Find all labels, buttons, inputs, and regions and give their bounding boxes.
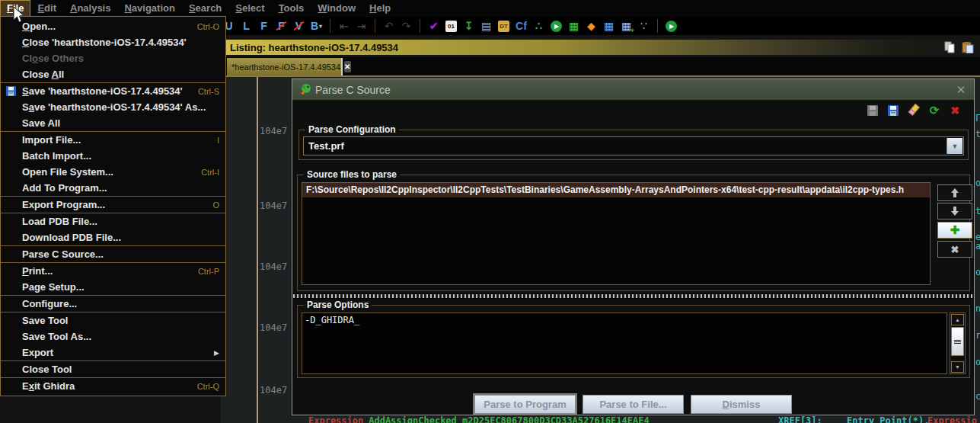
menu-item-close-hearthstone-ios-17-4-49534[interactable]: Close 'hearthstone-iOS-17.4.49534'	[1, 34, 225, 50]
dropdown-caret-icon[interactable]: ▾	[319, 23, 322, 30]
menu-item-save-tool-as[interactable]: Save Tool As...	[1, 328, 225, 344]
parse-configuration-combobox[interactable]: Test.prf ▼	[303, 136, 964, 155]
menu-item-label: Download PDB File...	[22, 232, 121, 243]
menu-item-export-program[interactable]: Export Program...O	[1, 197, 225, 213]
menu-item-save-hearthstone-ios-17-4-49534-as[interactable]: Save 'hearthstone-iOS-17.4.49534' As...	[1, 99, 225, 115]
menu-item-label: Print...	[22, 265, 53, 277]
tab-close-icon[interactable]: ✕	[344, 61, 350, 72]
menu-item-close-all[interactable]: Close All	[1, 66, 225, 82]
menu-item-label: Close Tool	[22, 364, 72, 375]
refresh-icon[interactable]: ⟳	[927, 104, 941, 117]
table-add-icon[interactable]: ▦+	[620, 20, 633, 33]
source-files-list[interactable]: F:\Source\Repos\Il2CppInspector\Il2CppTe…	[302, 182, 931, 285]
menu-item-exit-ghidra[interactable]: Exit GhidraCtrl-Q	[1, 378, 225, 394]
menu-item-close-tool[interactable]: Close Tool	[1, 361, 225, 377]
menubar-item-select[interactable]: Select	[228, 0, 271, 17]
scroll-up-icon[interactable]: ▲	[951, 314, 964, 325]
binary-format-icon[interactable]: 01	[445, 20, 458, 33]
parse-options-label: Parse Options	[304, 300, 372, 310]
add-file-button[interactable]: ✚	[937, 222, 972, 239]
move-up-button[interactable]	[937, 184, 972, 201]
parse-configuration-group: Parse Configuration Test.prf ▼	[298, 130, 969, 160]
menu-item-print[interactable]: Print...Ctrl-P	[1, 263, 225, 279]
dialog-close-icon[interactable]: ✕	[954, 83, 968, 97]
menu-item-import-file[interactable]: Import File...I	[1, 132, 225, 148]
menu-item-configure[interactable]: Configure...	[1, 296, 225, 312]
call-tree-icon[interactable]: ∴	[532, 20, 545, 33]
submenu-arrow-icon: ▶	[214, 349, 219, 357]
menu-item-load-pdb-file[interactable]: Load PDB File...	[1, 213, 225, 229]
listing-view-icon[interactable]: ▤	[480, 20, 493, 33]
symbol-method: _AddAssignChecked_m2D25EC8067800D3CD33A5…	[363, 415, 650, 423]
tab-hearthstone[interactable]: *hearthstone-iOS-17.4.49534 ✕	[227, 58, 343, 75]
menu-item-shortcut: Ctrl-S	[198, 87, 219, 96]
c-function-icon[interactable]: Cf	[515, 20, 528, 33]
define-f-icon[interactable]: F	[257, 20, 270, 33]
import-arrow-icon[interactable]: ↧	[462, 20, 475, 33]
menubar-item-help[interactable]: Help	[362, 0, 397, 17]
menu-item-open-file-system[interactable]: Open File System...Ctrl-I	[1, 164, 225, 180]
paste-icon[interactable]	[962, 41, 974, 53]
menubar-item-tools[interactable]: Tools	[272, 0, 311, 17]
define-b-icon[interactable]: B▾	[310, 20, 323, 33]
menu-item-download-pdb-file[interactable]: Download PDB File...	[1, 229, 225, 245]
menu-item-shortcut: Ctrl-P	[198, 267, 219, 276]
memory-chip-icon[interactable]: ▦	[567, 20, 580, 33]
dialog-button-row: Parse to ProgramParse to File...Dismiss	[292, 395, 974, 414]
menu-item-label: Export	[22, 347, 53, 358]
menubar-item-edit[interactable]: Edit	[30, 0, 63, 17]
menubar-item-navigation[interactable]: Navigation	[117, 0, 181, 17]
menu-item-save-all[interactable]: Save All	[1, 115, 225, 131]
move-down-button[interactable]	[937, 203, 972, 220]
menubar-item-analysis[interactable]: Analysis	[63, 0, 117, 17]
menu-item-save-hearthstone-ios-17-4-49534[interactable]: Save 'hearthstone-iOS-17.4.49534'Ctrl-S	[1, 83, 225, 99]
parse-options-textarea[interactable]: -D_GHIDRA_	[302, 312, 947, 374]
edge-fragment: t	[975, 129, 980, 139]
script-run-icon[interactable]: ▶	[665, 20, 678, 33]
clear-v-icon[interactable]: V	[292, 20, 305, 33]
table-view-icon[interactable]: ▦	[602, 20, 615, 33]
menu-item-label: Exit Ghidra	[22, 380, 75, 392]
source-file-row[interactable]: F:\Source\Repos\Il2CppInspector\Il2CppTe…	[302, 183, 930, 197]
listing-header[interactable]: Listing: hearthstone-iOS-17.4.49534	[221, 40, 980, 55]
define-l-icon[interactable]: L	[240, 20, 253, 33]
menubar-item-window[interactable]: Window	[311, 0, 362, 17]
dialog-title-bar[interactable]: Parse C Source ✕	[292, 79, 974, 100]
menu-item-open[interactable]: Open...Ctrl-O	[1, 18, 225, 34]
toolbar-separator	[330, 19, 330, 33]
enum-diamond-icon[interactable]: ◆	[585, 20, 598, 33]
run-play-icon[interactable]: ▶	[550, 20, 563, 33]
scroll-down-icon[interactable]: ▼	[951, 361, 964, 373]
clear-profile-eraser-icon[interactable]	[907, 104, 921, 117]
validate-check-icon[interactable]: ✔	[427, 20, 440, 33]
clear-f-icon[interactable]: F	[275, 20, 288, 33]
source-files-buttons: ✚ ✖	[937, 184, 972, 259]
menu-group: Open...Ctrl-OClose 'hearthstone-iOS-17.4…	[1, 18, 225, 82]
remove-file-button[interactable]: ✖	[937, 241, 972, 258]
copy-icon[interactable]	[943, 41, 956, 53]
scrollbar-thumb[interactable]	[951, 327, 964, 356]
redo-icon: ↷	[400, 20, 413, 33]
save-profile-as-icon[interactable]	[886, 104, 900, 117]
menu-item-parse-c-source[interactable]: Parse C Source...	[1, 246, 225, 262]
menu-item-label: Close 'hearthstone-iOS-17.4.49534'	[22, 37, 187, 48]
menubar-item-search[interactable]: Search	[182, 0, 228, 17]
menu-item-batch-import[interactable]: Batch Import...	[1, 148, 225, 164]
splitter-handle[interactable]	[293, 293, 973, 299]
parse-options-group: Parse Options -D_GHIDRA_ ▲ ▼	[297, 305, 970, 378]
parse-to-file-button[interactable]: Parse to File...	[583, 395, 684, 414]
symbol-tree-icon[interactable]: ∵	[637, 20, 650, 33]
menu-item-save-tool[interactable]: Save Tool	[1, 312, 225, 328]
menu-item-label: Configure...	[22, 298, 77, 309]
menu-item-export[interactable]: Export▶	[1, 344, 225, 361]
menu-item-add-to-program[interactable]: Add To Program...	[1, 180, 225, 196]
delete-profile-icon[interactable]: ✖	[948, 104, 962, 117]
data-type-manager-icon[interactable]: DT	[497, 20, 510, 33]
save-profile-icon[interactable]	[866, 104, 879, 117]
combobox-dropdown-icon[interactable]: ▼	[946, 138, 962, 154]
parse-to-program-button[interactable]: Parse to Program	[474, 395, 576, 414]
options-scrollbar[interactable]: ▲ ▼	[950, 312, 966, 374]
menu-item-page-setup[interactable]: Page Setup...	[1, 279, 225, 295]
listing-title: Listing: hearthstone-iOS-17.4.49534	[230, 42, 398, 53]
dismiss-button[interactable]: Dismiss	[691, 395, 792, 414]
